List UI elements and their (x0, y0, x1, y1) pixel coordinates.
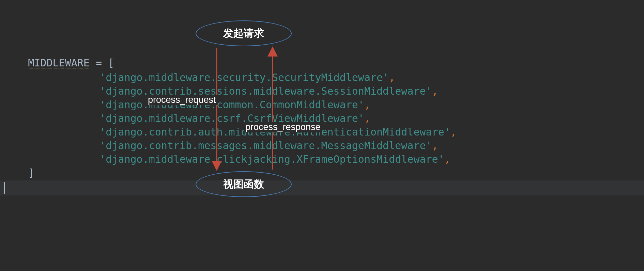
node-top-ellipse: 发起请求 (196, 20, 292, 46)
node-top-label: 发起请求 (223, 27, 264, 41)
label-process-response: process_response (244, 122, 322, 132)
label-process-request: process_request (147, 95, 217, 105)
current-line-highlight (0, 180, 644, 195)
text-caret (4, 182, 5, 194)
diagram-stage: MIDDLEWARE = [ 'django.middleware.securi… (0, 0, 644, 271)
node-bottom-ellipse: 视图函数 (196, 171, 292, 197)
code-close-bracket: ] (3, 153, 34, 193)
node-bottom-label: 视图函数 (223, 177, 264, 191)
